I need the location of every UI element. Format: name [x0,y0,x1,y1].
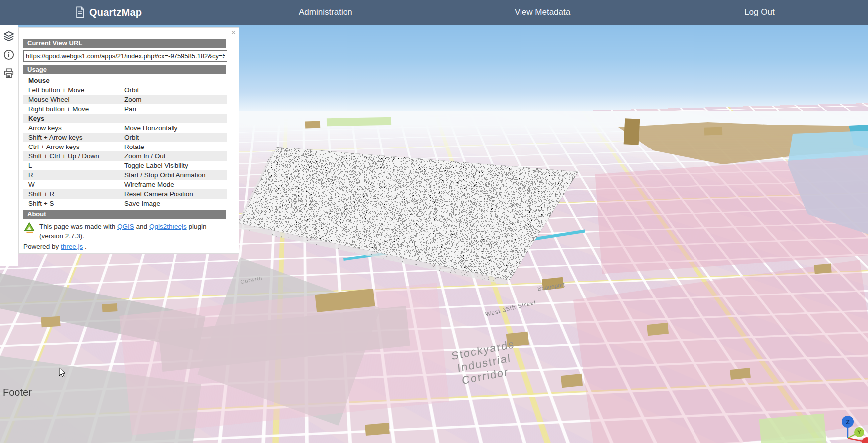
usage-key-cell: Shift + Arrow keys [23,133,119,142]
sidebar-toolbar [0,25,18,266]
usage-row: RStart / Stop Orbit Animation [23,170,227,180]
building-footprint [704,127,723,135]
mouse-cursor [59,367,67,378]
nav-view-metadata[interactable]: View Metadata [515,7,570,17]
help-panel: × Current View URL Usage MouseLeft butto… [18,27,239,254]
usage-value-cell: Reset Camera Position [119,189,227,199]
building-footprint [305,121,320,128]
qgis-link[interactable]: QGIS [117,223,134,230]
qgis2threejs-link[interactable]: Qgis2threejs [149,223,187,230]
info-button[interactable] [2,48,16,62]
building-footprint [365,423,390,436]
powered-text-part: . [83,243,87,250]
usage-value-cell: Zoom [119,95,227,104]
usage-section-row: Mouse [23,76,227,85]
usage-key-cell: Arrow keys [23,123,119,133]
axis-y-label: Y [857,429,861,435]
usage-row: Shift + Ctrl + Up / DownZoom In / Out [23,151,227,161]
usage-key-cell: Mouse [23,76,119,85]
usage-key-cell: Left button + Move [23,85,119,95]
usage-row: WWireframe Mode [23,180,227,189]
about-text-part: This page was made with [39,223,117,230]
axis-x-ball [862,437,868,443]
document-icon [75,6,85,18]
usage-row: Right button + MovePan [23,104,227,114]
usage-section-header: Usage [23,65,226,74]
usage-value-cell: Zoom In / Out [119,151,227,161]
usage-row: LToggle Label Visibility [23,161,227,170]
usage-key-cell: Ctrl + Arrow keys [23,142,119,151]
usage-value-cell: Orbit [119,85,227,95]
usage-table-body: MouseLeft button + MoveOrbitMouse WheelZ… [23,76,227,208]
usage-key-cell: Shift + S [23,199,119,208]
nav-administration[interactable]: Administration [299,7,352,17]
about-text-part: and [134,223,149,230]
usage-key-cell: Shift + R [23,189,119,199]
usage-row: Left button + MoveOrbit [23,85,227,95]
about-text: This page was made with QGIS and Qgis2th… [39,222,226,241]
brand-label: QuartzMap [89,7,142,18]
building-footprint [730,368,751,380]
brand[interactable]: QuartzMap [75,6,142,18]
building-footprint [647,323,669,336]
usage-value-cell: Move Horizontally [119,123,227,133]
usage-key-cell: R [23,170,119,180]
usage-value-cell: Pan [119,104,227,114]
url-section-header: Current View URL [23,39,226,48]
usage-row: Shift + Arrow keysOrbit [23,133,227,142]
panel-close-button[interactable]: × [231,29,236,37]
usage-value-cell: Rotate [119,142,227,151]
about-section-header: About [23,210,226,219]
usage-value-cell: Save Image [119,199,227,208]
threejs-link[interactable]: three.js [61,243,83,250]
usage-key-cell: Mouse Wheel [23,95,119,104]
usage-section-row: Keys [23,114,227,123]
usage-key-cell: L [23,161,119,170]
usage-row: Ctrl + Arrow keysRotate [23,142,227,151]
layers-button[interactable] [2,29,16,43]
footer-label: Footer [3,387,32,398]
building-footprint [814,264,831,274]
nav-log-out[interactable]: Log Out [744,7,775,17]
usage-row: Shift + SSave Image [23,199,227,208]
residential-zone [595,155,868,274]
usage-row: Mouse WheelZoom [23,95,227,104]
building-footprint [624,118,640,145]
current-view-url-input[interactable] [23,50,227,62]
about-row: This page was made with QGIS and Qgis2th… [23,222,226,241]
powered-text-part: Powered by [23,243,61,250]
print-icon [3,68,14,79]
powered-by-line: Powered by three.js . [23,243,226,250]
usage-key-cell: W [23,180,119,189]
usage-value-cell: Toggle Label Visibility [119,161,227,170]
usage-key-cell: Right button + Move [23,104,119,114]
park-area [327,117,391,126]
usage-row: Shift + RReset Camera Position [23,189,227,199]
building-footprint [542,277,564,290]
usage-value-cell [119,76,227,85]
axis-z-label: Z [846,418,850,426]
park-area [759,413,827,443]
axis-gizmo: Z Y [839,414,868,443]
qgis2threejs-logo-icon [23,222,35,234]
building-footprint [102,303,117,312]
usage-value-cell: Orbit [119,133,227,142]
usage-value-cell [119,114,227,123]
layers-icon [3,31,14,42]
usage-row: Arrow keysMove Horizontally [23,123,227,133]
info-icon [3,49,14,60]
usage-table: MouseLeft button + MoveOrbitMouse WheelZ… [23,76,227,208]
usage-value-cell: Wireframe Mode [119,180,227,189]
usage-key-cell: Shift + Ctrl + Up / Down [23,151,119,161]
building-footprint [506,332,529,347]
usage-value-cell: Start / Stop Orbit Animation [119,170,227,180]
building-footprint [561,374,583,388]
usage-key-cell: Keys [23,114,119,123]
navbar: QuartzMap Administration View Metadata L… [0,0,868,25]
print-button[interactable] [2,66,16,80]
building-footprint [41,316,60,328]
